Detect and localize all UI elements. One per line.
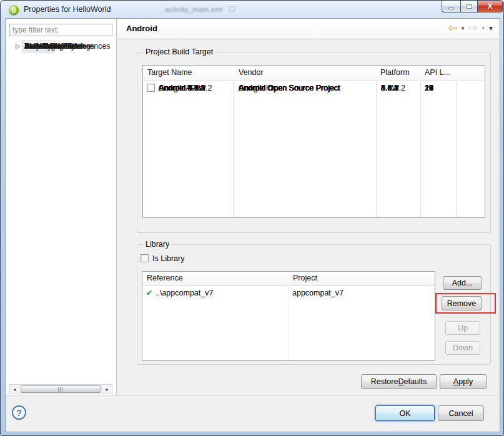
apply-label-rest: pply [458,377,473,386]
restore-defaults-label-rest: efaults [403,377,427,386]
column-header-vendor[interactable]: Vendor [239,68,264,77]
restore-defaults-button[interactable]: Restore Defaults [361,374,437,389]
project-cell: appcompat_v7 [292,286,343,300]
column-header-platform[interactable]: Platform [380,68,410,77]
maximize-icon [467,4,472,9]
is-library-label: Is Library [152,254,184,263]
page-header: Android ⇦ ▾ ⇨ ▾ ▾ [117,19,499,39]
button-divider [443,317,482,317]
close-button[interactable]: X [478,1,503,12]
platform-cell: 5.0.1 [381,81,398,95]
view-menu-icon[interactable]: ▾ [489,24,493,32]
vendor-cell: Google Inc. [239,81,279,95]
properties-dialog-window: () Properties for HelloWorld activity_ma… [0,0,504,436]
remove-button-annotation [435,293,496,314]
add-button[interactable]: Add... [443,276,482,290]
window-controls: X [442,1,503,12]
forward-arrow-icon: ⇨ [468,22,477,34]
header-nav: ⇦ ▾ ⇨ ▾ ▾ [448,22,493,34]
sidebar-item-label: XML Syntax [24,40,66,52]
maximize-button[interactable] [460,1,478,12]
api-level-cell: 21 [425,81,433,95]
scrollbar-thumb[interactable] [21,385,101,393]
column-header-project[interactable]: Project [293,274,317,282]
titlebar[interactable]: () Properties for HelloWorld activity_ma… [1,1,503,19]
scroll-right-arrow-icon[interactable]: ▸ [102,385,112,394]
help-button[interactable]: ? [12,405,26,420]
scroll-left-arrow-icon[interactable]: ◂ [10,385,19,394]
sidebar-horizontal-scrollbar[interactable]: ◂ ▸ [9,384,112,394]
properties-dialog-icon: () [9,5,19,15]
background-tab-close-icon [229,6,235,12]
build-target-group-label: Project Build Target [143,47,215,56]
close-icon: X [487,2,492,11]
column-divider [233,66,234,217]
apply-button[interactable]: Apply [440,374,487,389]
down-button[interactable]: Down [445,341,480,355]
minimize-button[interactable] [442,1,460,12]
column-divider [376,66,377,217]
back-history-dropdown-icon[interactable]: ▾ [462,25,465,31]
restore-defaults-label: Restore [371,377,398,386]
scrollbar-grip-icon [58,387,64,392]
column-divider [420,66,421,217]
apply-accesskey: A [453,377,458,386]
footer-divider [6,395,500,395]
window-title: Properties for HelloWorld [24,5,111,14]
dialog-content: ▷ResourceAndroidAndroid Lint Preferences… [6,19,500,432]
target-checkbox[interactable] [147,84,155,92]
library-table: Reference Project ✔..\appcompat_v7appcom… [142,271,435,361]
target-name-cell: Google APIs [159,81,202,95]
library-group-label: Library [143,240,172,249]
forward-history-dropdown-icon: ▾ [482,25,485,31]
restore-defaults-accesskey: D [398,377,403,386]
back-arrow-icon[interactable]: ⇦ [448,22,457,34]
build-target-table: Target Name Vendor Platform API L... And… [142,65,485,218]
column-header-target-name[interactable]: Target Name [147,68,192,77]
page-title: Android [126,24,157,33]
background-tab-ghost: activity_main.xml [165,6,223,13]
filter-input[interactable] [9,24,112,36]
sidebar: ▷ResourceAndroidAndroid Lint Preferences… [6,19,117,395]
resolved-check-icon: ✔ [146,286,152,300]
ok-button[interactable]: OK [375,405,435,421]
column-divider [456,66,457,217]
column-header-api-level[interactable]: API L... [425,68,450,77]
library-table-header: Reference Project [142,272,435,286]
up-button[interactable]: Up [445,321,480,335]
minimize-icon [448,7,454,9]
column-header-reference[interactable]: Reference [147,274,183,282]
expand-arrow-icon[interactable]: ▷ [16,40,20,52]
reference-cell: ..\appcompat_v7 [156,286,213,300]
is-library-checkbox[interactable] [141,254,149,262]
build-target-table-header: Target Name Vendor Platform API L... [143,66,485,81]
cancel-button[interactable]: Cancel [438,405,484,421]
